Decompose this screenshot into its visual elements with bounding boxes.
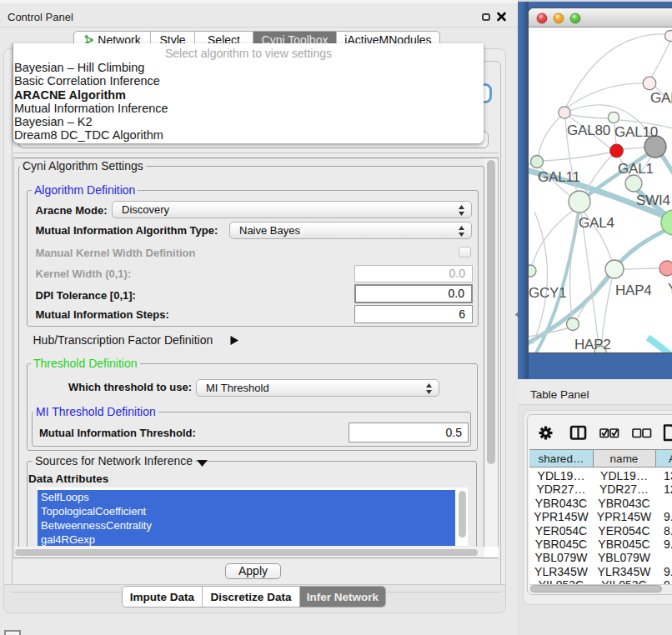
svg-text:GAL7: GAL7 bbox=[650, 90, 672, 106]
svg-text:GAL80: GAL80 bbox=[567, 122, 610, 138]
svg-text:GAL4: GAL4 bbox=[579, 215, 614, 231]
svg-text:GAL10: GAL10 bbox=[614, 124, 658, 140]
svg-text:HAP2: HAP2 bbox=[574, 337, 611, 352]
svg-text:GCY1: GCY1 bbox=[529, 285, 567, 301]
svg-text:GAL11: GAL11 bbox=[538, 169, 580, 185]
svg-text:SWI4: SWI4 bbox=[636, 192, 670, 208]
svg-text:Y: Y bbox=[668, 281, 672, 297]
svg-text:GAL1: GAL1 bbox=[618, 161, 654, 177]
svg-text:HAP4: HAP4 bbox=[615, 282, 652, 298]
